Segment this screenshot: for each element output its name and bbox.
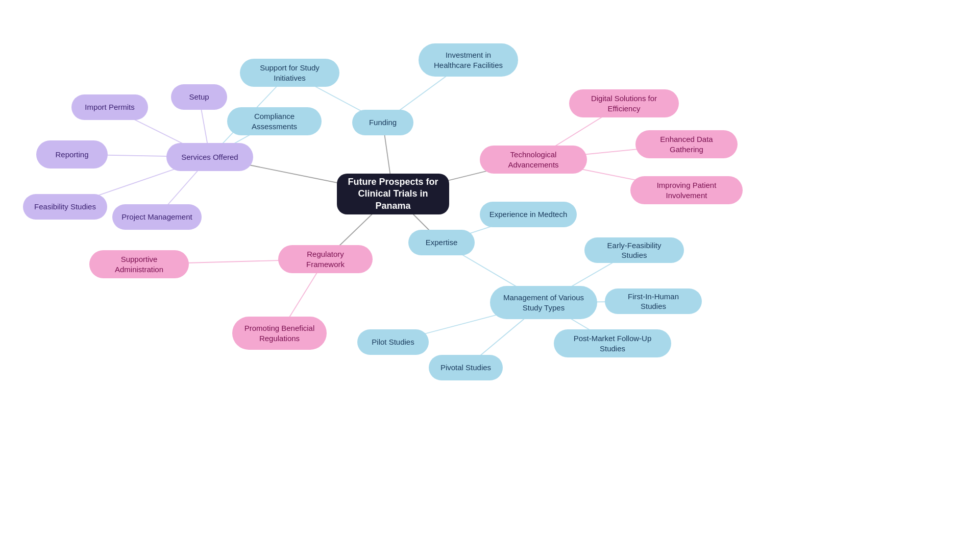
- node-technological_advancements: Technological Advancements: [480, 146, 587, 174]
- node-setup: Setup: [171, 84, 227, 110]
- node-pilot_studies: Pilot Studies: [357, 329, 429, 355]
- node-enhanced_data: Enhanced Data Gathering: [635, 130, 738, 158]
- node-compliance: Compliance Assessments: [227, 107, 322, 135]
- node-project_management: Project Management: [112, 204, 202, 230]
- node-support_study: Support for Study Initiatives: [240, 59, 339, 87]
- node-funding: Funding: [352, 110, 413, 135]
- node-expertise: Expertise: [408, 230, 475, 255]
- node-import_permits: Import Permits: [71, 94, 148, 120]
- node-improving_patient: Improving Patient Involvement: [630, 176, 743, 204]
- node-post_market: Post-Market Follow-Up Studies: [554, 329, 671, 357]
- node-experience_medtech: Experience in Medtech: [480, 202, 577, 227]
- node-services_offered: Services Offered: [166, 143, 253, 171]
- node-management_study_types: Management of Various Study Types: [490, 286, 597, 319]
- node-pivotal_studies: Pivotal Studies: [429, 355, 503, 380]
- node-promoting_beneficial: Promoting Beneficial Regulations: [232, 317, 327, 350]
- node-supportive_admin: Supportive Administration: [89, 250, 189, 278]
- node-early_feasibility: Early-Feasibility Studies: [584, 237, 684, 263]
- node-center: Future Prospects for Clinical Trials in …: [337, 174, 449, 214]
- node-investment_healthcare: Investment in Healthcare Facilities: [419, 43, 518, 77]
- node-feasibility_studies: Feasibility Studies: [23, 194, 107, 220]
- node-digital_solutions: Digital Solutions for Efficiency: [569, 89, 679, 117]
- mindmap-container: Future Prospects for Clinical Trials in …: [0, 0, 980, 553]
- node-regulatory_framework: Regulatory Framework: [278, 245, 373, 273]
- node-first_in_human: First-In-Human Studies: [605, 288, 702, 314]
- node-reporting: Reporting: [36, 140, 108, 169]
